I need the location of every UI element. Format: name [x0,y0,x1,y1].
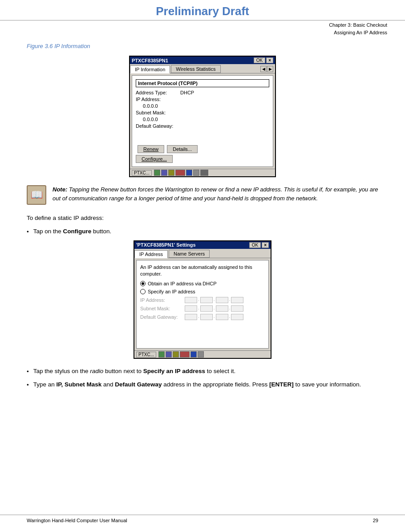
taskbar-start[interactable]: PTXC... [132,170,152,176]
bullet-dot-1: • [27,227,29,236]
dialog2-tab-nameservers[interactable]: Name Servers [169,250,210,258]
field-address-type-label: Address Type: [136,90,180,95]
settings-gateway-input[interactable]: . . . [185,314,243,320]
bullet2-text: Tap the stylus on the radio button next … [33,367,236,376]
subnet-box-4[interactable] [231,305,243,312]
note-book-icon: 📖 [27,185,46,205]
dialog1-close-button[interactable]: × [266,57,273,63]
subnet-box-1[interactable] [185,305,197,312]
ip-box-2[interactable] [200,297,213,303]
configure-button[interactable]: Configure... [136,155,173,163]
taskbar-icons [154,170,208,176]
subnet-dot-1: . [198,305,199,312]
taskbar2-icons [158,351,204,357]
dialog2-close-button[interactable]: × [262,242,269,248]
gateway-dot-2: . [214,314,215,320]
bullet-item-3: • Type an IP, Subnet Mask and Default Ga… [27,380,378,390]
bullet2-end: to select it. [205,368,235,374]
subnet-box-2[interactable] [200,305,213,312]
bullet3-bold3: [ENTER] [269,381,294,388]
dialog2-title: 'PTXCF8385PN1' Settings [136,242,196,248]
tab-right-arrow[interactable]: ▶ [267,66,273,72]
taskbar2-icon-2 [166,351,172,357]
taskbar2-icon-5 [190,351,197,357]
radio-specify-label: Specify an IP address [148,289,195,294]
note-text: Note: Tapping the Renew button forces th… [53,185,378,203]
settings-subnet-label: Subnet Mask: [140,306,185,311]
dialog1-taskbar: PTXC... [130,169,275,176]
renew-button[interactable]: Renew [138,145,164,153]
bullet3-text: Type an IP, Subnet Mask and Default Gate… [33,380,361,390]
dialog2-tab-ip[interactable]: IP Address [134,250,168,258]
subnet-box-3[interactable] [216,305,228,312]
details-button[interactable]: Details... [167,145,198,153]
radio-dhcp[interactable] [140,281,146,286]
note-box: 📖 Note: Tapping the Renew button forces … [27,185,378,205]
body-text-static-ip: To define a static IP address: [27,214,378,223]
dialog1-tab-arrows: ◀ ▶ [260,65,275,73]
dialog1-titlebar: PTXCF8385PN1 OK × [130,57,275,64]
dialog2-ok-button[interactable]: OK [249,242,261,248]
dialog1-tab-wireless[interactable]: Wireless Statistics [171,65,220,73]
dialog1-title: PTXCF8385PN1 [132,58,168,63]
chapter-line1: Chapter 3: Basic Checkout [329,21,387,29]
settings-ip-row: IP Address: . . . [140,297,265,303]
settings-subnet-input[interactable]: . . . [185,305,243,312]
taskbar2-start[interactable]: PTXC... [136,352,156,357]
taskbar2-icon-3 [173,351,179,357]
taskbar2-icon-6 [198,351,204,357]
ip-box-4[interactable] [231,297,243,303]
section-title: Internet Protocol (TCP/IP) [136,79,269,87]
field-address-type-value: DHCP [180,90,194,95]
gateway-box-4[interactable] [231,314,243,320]
page-header: Preliminary Draft [0,0,405,20]
bullet3-end2: to save your information. [294,381,361,388]
bullet2-plain: Tap the stylus on the [33,368,90,374]
gateway-box-1[interactable] [185,314,197,320]
settings-ip-input[interactable]: . . . [185,297,243,303]
note-body: Tapping the Renew button forces the Warr… [53,186,378,202]
field-subnet-value: 0.0.0.0 [136,117,269,122]
ip-dot-1: . [198,297,199,303]
subnet-dot-2: . [214,305,215,312]
radio-specify[interactable] [140,289,146,294]
taskbar2-icon-4 [180,351,190,357]
bullet1-end: button. [91,228,111,235]
gateway-box-3[interactable] [216,314,228,320]
chapter-line2: Assigning An IP Address [329,29,387,37]
settings-gateway-row: Default Gateway: . . . [140,314,265,320]
radio-specify-row: Specify an IP address [140,289,265,294]
settings-desc: An IP address can be automatically assig… [140,264,265,278]
field-ip-label: IP Address: [136,97,180,102]
dialog1-action-buttons: Renew Details... [136,145,269,153]
configure-btn-wrapper: Configure... [136,155,269,163]
ip-box-1[interactable] [185,297,197,303]
bullet1-plain: Tap on the [33,228,63,235]
dialog1-ok-button[interactable]: OK [254,57,265,63]
bullet3-bold1: IP, Subnet Mask [57,381,102,388]
field-address-type: Address Type: DHCP [136,90,269,95]
dialog1-tab-ip[interactable]: IP Information [130,65,170,73]
taskbar-icon-4 [175,170,185,176]
bullet3-end1: address in the appropriate fields. Press [162,381,269,388]
radio-dhcp-label: Obtain an IP address via DHCP [148,281,216,286]
taskbar2-icon-1 [158,351,165,357]
field-subnet-label: Subnet Mask: [136,110,180,115]
taskbar-icon-7 [200,170,208,176]
taskbar-icon-5 [186,170,192,176]
ip-info-screenshot-wrapper: PTXCF8385PN1 OK × IP Information Wireles… [27,56,378,177]
tab-left-arrow[interactable]: ◀ [260,66,267,72]
gateway-box-2[interactable] [200,314,213,320]
bullet3-mid: and [101,381,115,388]
field-gateway-label: Default Gateway: [136,123,180,129]
dialog2-titlebar: 'PTXCF8385PN1' Settings OK × [134,241,271,249]
bullet1-bold: Configure [63,228,92,235]
dialog1-content: Internet Protocol (TCP/IP) Address Type:… [132,75,273,167]
gateway-dot-3: . [229,314,231,320]
ip-box-3[interactable] [216,297,228,303]
bullet2-bold: Specify an IP address [143,368,205,374]
dialog2-tabs: IP Address Name Servers [134,249,271,258]
dialog1-title-buttons: OK × [254,57,273,63]
dialog2-content: An IP address can be automatically assig… [136,260,269,349]
bullet3-plain: Type an [33,381,57,388]
